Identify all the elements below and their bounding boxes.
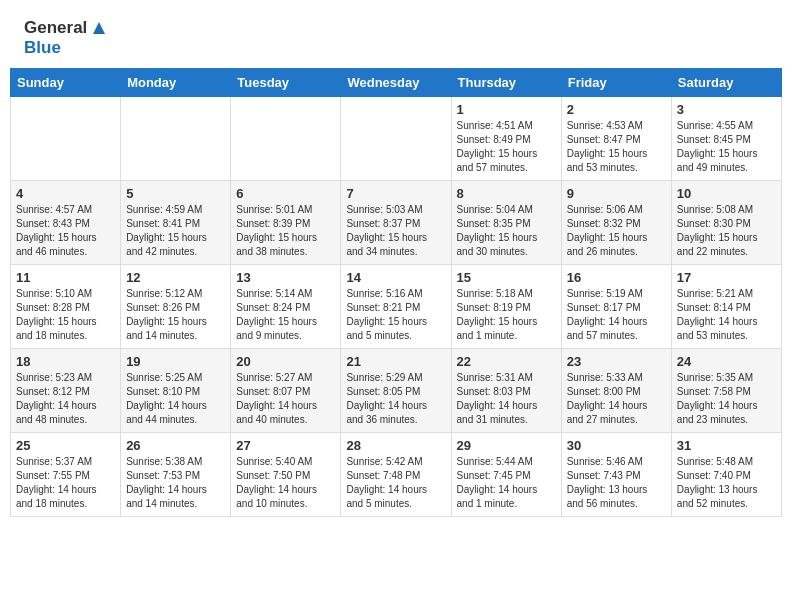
- day-info: Sunrise: 4:55 AM Sunset: 8:45 PM Dayligh…: [677, 119, 776, 175]
- calendar-cell: 25Sunrise: 5:37 AM Sunset: 7:55 PM Dayli…: [11, 432, 121, 516]
- day-info: Sunrise: 5:01 AM Sunset: 8:39 PM Dayligh…: [236, 203, 335, 259]
- day-number: 21: [346, 354, 445, 369]
- day-number: 13: [236, 270, 335, 285]
- calendar-cell: 20Sunrise: 5:27 AM Sunset: 8:07 PM Dayli…: [231, 348, 341, 432]
- day-info: Sunrise: 5:19 AM Sunset: 8:17 PM Dayligh…: [567, 287, 666, 343]
- calendar-cell: 9Sunrise: 5:06 AM Sunset: 8:32 PM Daylig…: [561, 180, 671, 264]
- calendar-cell: 3Sunrise: 4:55 AM Sunset: 8:45 PM Daylig…: [671, 96, 781, 180]
- day-number: 4: [16, 186, 115, 201]
- day-number: 9: [567, 186, 666, 201]
- calendar-cell: 22Sunrise: 5:31 AM Sunset: 8:03 PM Dayli…: [451, 348, 561, 432]
- weekday-header: Wednesday: [341, 68, 451, 96]
- calendar-cell: 10Sunrise: 5:08 AM Sunset: 8:30 PM Dayli…: [671, 180, 781, 264]
- day-info: Sunrise: 5:31 AM Sunset: 8:03 PM Dayligh…: [457, 371, 556, 427]
- day-info: Sunrise: 5:12 AM Sunset: 8:26 PM Dayligh…: [126, 287, 225, 343]
- calendar-cell: 13Sunrise: 5:14 AM Sunset: 8:24 PM Dayli…: [231, 264, 341, 348]
- calendar-cell: 2Sunrise: 4:53 AM Sunset: 8:47 PM Daylig…: [561, 96, 671, 180]
- calendar-cell: 26Sunrise: 5:38 AM Sunset: 7:53 PM Dayli…: [121, 432, 231, 516]
- calendar-cell: [121, 96, 231, 180]
- day-info: Sunrise: 5:27 AM Sunset: 8:07 PM Dayligh…: [236, 371, 335, 427]
- logo-text: General Blue: [24, 18, 109, 58]
- calendar-cell: 7Sunrise: 5:03 AM Sunset: 8:37 PM Daylig…: [341, 180, 451, 264]
- calendar-week-row: 18Sunrise: 5:23 AM Sunset: 8:12 PM Dayli…: [11, 348, 782, 432]
- day-number: 26: [126, 438, 225, 453]
- day-number: 23: [567, 354, 666, 369]
- logo: General Blue: [24, 18, 109, 58]
- calendar-cell: 1Sunrise: 4:51 AM Sunset: 8:49 PM Daylig…: [451, 96, 561, 180]
- day-info: Sunrise: 5:44 AM Sunset: 7:45 PM Dayligh…: [457, 455, 556, 511]
- day-number: 25: [16, 438, 115, 453]
- day-number: 30: [567, 438, 666, 453]
- day-number: 31: [677, 438, 776, 453]
- calendar-cell: 12Sunrise: 5:12 AM Sunset: 8:26 PM Dayli…: [121, 264, 231, 348]
- day-number: 15: [457, 270, 556, 285]
- weekday-header: Friday: [561, 68, 671, 96]
- day-info: Sunrise: 5:37 AM Sunset: 7:55 PM Dayligh…: [16, 455, 115, 511]
- day-info: Sunrise: 5:08 AM Sunset: 8:30 PM Dayligh…: [677, 203, 776, 259]
- day-info: Sunrise: 5:04 AM Sunset: 8:35 PM Dayligh…: [457, 203, 556, 259]
- logo-blue: Blue: [24, 38, 109, 58]
- calendar-cell: 16Sunrise: 5:19 AM Sunset: 8:17 PM Dayli…: [561, 264, 671, 348]
- day-info: Sunrise: 4:59 AM Sunset: 8:41 PM Dayligh…: [126, 203, 225, 259]
- day-info: Sunrise: 5:35 AM Sunset: 7:58 PM Dayligh…: [677, 371, 776, 427]
- day-info: Sunrise: 5:18 AM Sunset: 8:19 PM Dayligh…: [457, 287, 556, 343]
- weekday-header: Monday: [121, 68, 231, 96]
- calendar-cell: 31Sunrise: 5:48 AM Sunset: 7:40 PM Dayli…: [671, 432, 781, 516]
- calendar-cell: 6Sunrise: 5:01 AM Sunset: 8:39 PM Daylig…: [231, 180, 341, 264]
- day-info: Sunrise: 5:33 AM Sunset: 8:00 PM Dayligh…: [567, 371, 666, 427]
- day-info: Sunrise: 4:57 AM Sunset: 8:43 PM Dayligh…: [16, 203, 115, 259]
- logo-general: General: [24, 18, 87, 38]
- day-info: Sunrise: 5:48 AM Sunset: 7:40 PM Dayligh…: [677, 455, 776, 511]
- weekday-header: Tuesday: [231, 68, 341, 96]
- day-info: Sunrise: 5:21 AM Sunset: 8:14 PM Dayligh…: [677, 287, 776, 343]
- calendar-cell: 29Sunrise: 5:44 AM Sunset: 7:45 PM Dayli…: [451, 432, 561, 516]
- day-number: 16: [567, 270, 666, 285]
- calendar-week-row: 25Sunrise: 5:37 AM Sunset: 7:55 PM Dayli…: [11, 432, 782, 516]
- day-info: Sunrise: 5:29 AM Sunset: 8:05 PM Dayligh…: [346, 371, 445, 427]
- day-number: 14: [346, 270, 445, 285]
- day-number: 10: [677, 186, 776, 201]
- day-info: Sunrise: 5:06 AM Sunset: 8:32 PM Dayligh…: [567, 203, 666, 259]
- calendar-table: SundayMondayTuesdayWednesdayThursdayFrid…: [10, 68, 782, 517]
- day-info: Sunrise: 5:25 AM Sunset: 8:10 PM Dayligh…: [126, 371, 225, 427]
- calendar-cell: 28Sunrise: 5:42 AM Sunset: 7:48 PM Dayli…: [341, 432, 451, 516]
- calendar-cell: 5Sunrise: 4:59 AM Sunset: 8:41 PM Daylig…: [121, 180, 231, 264]
- day-number: 24: [677, 354, 776, 369]
- calendar-cell: 30Sunrise: 5:46 AM Sunset: 7:43 PM Dayli…: [561, 432, 671, 516]
- calendar-cell: 15Sunrise: 5:18 AM Sunset: 8:19 PM Dayli…: [451, 264, 561, 348]
- day-number: 12: [126, 270, 225, 285]
- day-info: Sunrise: 5:10 AM Sunset: 8:28 PM Dayligh…: [16, 287, 115, 343]
- day-number: 3: [677, 102, 776, 117]
- calendar-cell: 19Sunrise: 5:25 AM Sunset: 8:10 PM Dayli…: [121, 348, 231, 432]
- day-number: 6: [236, 186, 335, 201]
- day-number: 29: [457, 438, 556, 453]
- day-info: Sunrise: 5:23 AM Sunset: 8:12 PM Dayligh…: [16, 371, 115, 427]
- day-info: Sunrise: 4:51 AM Sunset: 8:49 PM Dayligh…: [457, 119, 556, 175]
- day-number: 22: [457, 354, 556, 369]
- calendar-cell: 24Sunrise: 5:35 AM Sunset: 7:58 PM Dayli…: [671, 348, 781, 432]
- day-number: 8: [457, 186, 556, 201]
- day-number: 5: [126, 186, 225, 201]
- day-number: 19: [126, 354, 225, 369]
- calendar-week-row: 4Sunrise: 4:57 AM Sunset: 8:43 PM Daylig…: [11, 180, 782, 264]
- calendar-cell: 4Sunrise: 4:57 AM Sunset: 8:43 PM Daylig…: [11, 180, 121, 264]
- day-number: 28: [346, 438, 445, 453]
- day-info: Sunrise: 5:40 AM Sunset: 7:50 PM Dayligh…: [236, 455, 335, 511]
- calendar-cell: 11Sunrise: 5:10 AM Sunset: 8:28 PM Dayli…: [11, 264, 121, 348]
- calendar-cell: [341, 96, 451, 180]
- calendar-cell: 8Sunrise: 5:04 AM Sunset: 8:35 PM Daylig…: [451, 180, 561, 264]
- day-number: 11: [16, 270, 115, 285]
- calendar-cell: 18Sunrise: 5:23 AM Sunset: 8:12 PM Dayli…: [11, 348, 121, 432]
- day-number: 27: [236, 438, 335, 453]
- day-info: Sunrise: 5:16 AM Sunset: 8:21 PM Dayligh…: [346, 287, 445, 343]
- weekday-header: Thursday: [451, 68, 561, 96]
- calendar-cell: 14Sunrise: 5:16 AM Sunset: 8:21 PM Dayli…: [341, 264, 451, 348]
- day-info: Sunrise: 4:53 AM Sunset: 8:47 PM Dayligh…: [567, 119, 666, 175]
- day-info: Sunrise: 5:14 AM Sunset: 8:24 PM Dayligh…: [236, 287, 335, 343]
- calendar-week-row: 1Sunrise: 4:51 AM Sunset: 8:49 PM Daylig…: [11, 96, 782, 180]
- calendar-cell: 27Sunrise: 5:40 AM Sunset: 7:50 PM Dayli…: [231, 432, 341, 516]
- logo-icon: [89, 18, 109, 38]
- weekday-header: Sunday: [11, 68, 121, 96]
- calendar-cell: [231, 96, 341, 180]
- day-number: 7: [346, 186, 445, 201]
